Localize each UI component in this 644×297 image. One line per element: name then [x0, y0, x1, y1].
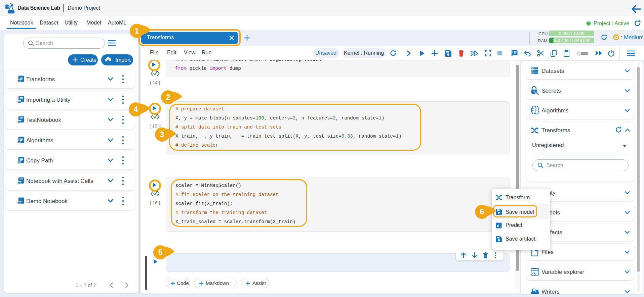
svg-text:4: 4	[134, 105, 138, 114]
svg-text:cs: cs	[18, 141, 20, 143]
svg-text:cs: cs	[18, 121, 20, 123]
svg-text:cs: cs	[18, 80, 20, 82]
svg-text:2: 2	[166, 93, 170, 102]
svg-text:(x): (x)	[532, 271, 536, 275]
svg-text:cs: cs	[18, 161, 20, 163]
svg-text:1: 1	[135, 27, 139, 35]
svg-text:5: 5	[158, 248, 163, 257]
svg-text:6: 6	[480, 207, 484, 216]
svg-text:3: 3	[160, 130, 164, 139]
svg-text:cs: cs	[18, 101, 20, 103]
svg-text:cs: cs	[18, 182, 20, 184]
svg-text:cs: cs	[18, 202, 20, 204]
